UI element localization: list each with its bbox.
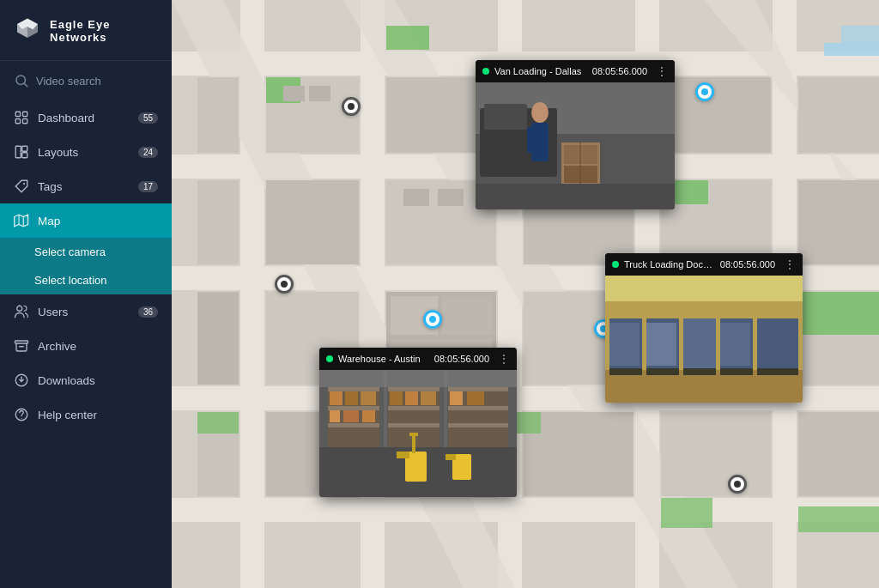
dashboard-label: Dashboard: [38, 112, 94, 124]
sidebar-item-users[interactable]: Users 36: [0, 294, 172, 329]
svg-rect-94: [527, 127, 537, 153]
sidebar-subitem-select-camera[interactable]: Select camera: [0, 238, 172, 266]
svg-rect-119: [328, 406, 379, 410]
svg-rect-42: [266, 180, 359, 264]
sidebar-item-map[interactable]: Map: [0, 203, 172, 238]
svg-rect-131: [390, 391, 403, 405]
popup-van-menu[interactable]: ⋮: [656, 65, 668, 77]
users-badge: 36: [138, 306, 158, 318]
popup-truck-loading: Truck Loading Docks- Austin 08:05:56.000…: [605, 253, 803, 403]
svg-rect-73: [309, 86, 330, 101]
svg-rect-72: [283, 86, 305, 101]
svg-rect-9: [15, 146, 21, 158]
svg-rect-95: [538, 127, 549, 153]
sidebar: Eagle Eye Networks Video search Dashboar…: [0, 0, 172, 588]
sidebar-item-dashboard[interactable]: Dashboard 55: [0, 100, 172, 135]
select-location-label: Select location: [34, 274, 107, 287]
sidebar-item-archive[interactable]: Archive: [0, 329, 172, 363]
svg-rect-132: [405, 391, 418, 405]
tags-icon: [14, 179, 29, 194]
archive-label: Archive: [38, 340, 76, 353]
popup-truck-thumbnail[interactable]: [605, 276, 803, 403]
svg-rect-116: [319, 370, 517, 387]
svg-rect-111: [683, 368, 716, 375]
svg-rect-68: [798, 506, 879, 532]
popup-warehouse-time: 08:05:56.000: [434, 354, 489, 364]
svg-rect-138: [450, 391, 463, 405]
svg-rect-82: [442, 296, 492, 335]
svg-rect-118: [328, 387, 379, 391]
map-area: Van Loading - Dallas 08:05:56.000 ⋮: [172, 0, 879, 588]
svg-rect-143: [409, 433, 418, 436]
popup-warehouse: Warehouse - Austin 08:05:56.000 ⋮: [319, 348, 517, 497]
downloads-label: Downloads: [38, 374, 95, 387]
map-icon: [14, 213, 29, 228]
svg-rect-39: [197, 292, 239, 385]
dashboard-badge: 55: [138, 112, 158, 124]
svg-rect-142: [412, 434, 415, 453]
sidebar-item-tags[interactable]: Tags 17: [0, 169, 172, 203]
popup-van-title: Van Loading - Dallas: [494, 66, 587, 76]
svg-rect-130: [388, 423, 440, 427]
popup-warehouse-menu[interactable]: ⋮: [498, 353, 510, 365]
live-indicator-truck: [612, 261, 619, 268]
svg-rect-70: [824, 43, 879, 56]
camera-pin-2[interactable]: [695, 82, 714, 101]
eagle-eye-logo-icon: [14, 15, 41, 46]
camera-pin-6[interactable]: [728, 475, 747, 494]
svg-rect-126: [362, 410, 375, 422]
svg-rect-7: [15, 119, 20, 124]
svg-rect-62: [386, 26, 429, 50]
svg-rect-129: [388, 406, 440, 410]
popup-truck-menu[interactable]: ⋮: [784, 258, 796, 270]
users-icon: [14, 304, 29, 319]
svg-rect-105: [609, 323, 640, 366]
sidebar-item-downloads[interactable]: Downloads: [0, 363, 172, 397]
svg-rect-75: [438, 189, 464, 206]
popup-warehouse-title: Warehouse - Austin: [338, 354, 429, 364]
svg-rect-145: [446, 454, 456, 460]
camera-pin-3[interactable]: [275, 275, 294, 294]
svg-rect-146: [384, 370, 387, 447]
svg-rect-120: [328, 423, 379, 427]
svg-rect-107: [720, 323, 750, 366]
video-search-row[interactable]: Video search: [0, 61, 172, 100]
svg-rect-104: [757, 318, 798, 370]
select-camera-label: Select camera: [34, 246, 106, 258]
help-icon: [14, 407, 29, 422]
popup-truck-header: Truck Loading Docks- Austin 08:05:56.000…: [605, 253, 803, 276]
svg-rect-71: [841, 26, 879, 45]
svg-point-12: [23, 183, 25, 185]
sidebar-subitem-select-location[interactable]: Select location: [0, 266, 172, 294]
svg-rect-109: [609, 368, 642, 375]
svg-rect-6: [23, 112, 27, 116]
layouts-icon: [14, 144, 29, 160]
svg-rect-60: [798, 412, 879, 496]
camera-pin-1[interactable]: [342, 97, 361, 116]
svg-point-22: [21, 418, 21, 419]
svg-rect-135: [448, 387, 508, 391]
svg-rect-141: [397, 452, 409, 458]
svg-point-16: [17, 306, 22, 311]
svg-rect-139: [467, 391, 484, 405]
svg-rect-66: [197, 412, 239, 433]
svg-rect-122: [345, 391, 358, 405]
svg-point-92: [531, 102, 549, 123]
svg-rect-56: [661, 412, 771, 496]
camera-pin-4[interactable]: [423, 310, 442, 329]
help-center-label: Help center: [38, 409, 97, 421]
svg-rect-37: [197, 77, 239, 153]
logo-area: Eagle Eye Networks: [0, 0, 172, 61]
sidebar-item-layouts[interactable]: Layouts 24: [0, 135, 172, 169]
popup-van-thumbnail[interactable]: [476, 82, 675, 209]
tags-badge: 17: [138, 181, 158, 192]
popup-warehouse-thumbnail[interactable]: [319, 370, 517, 497]
popup-warehouse-header: Warehouse - Austin 08:05:56.000 ⋮: [319, 348, 517, 370]
svg-rect-128: [388, 387, 440, 391]
svg-rect-8: [23, 119, 27, 124]
svg-rect-58: [798, 180, 879, 264]
svg-rect-137: [448, 423, 508, 427]
sidebar-item-help-center[interactable]: Help center: [0, 397, 172, 432]
live-indicator-van: [482, 68, 489, 75]
layouts-badge: 24: [138, 147, 158, 158]
